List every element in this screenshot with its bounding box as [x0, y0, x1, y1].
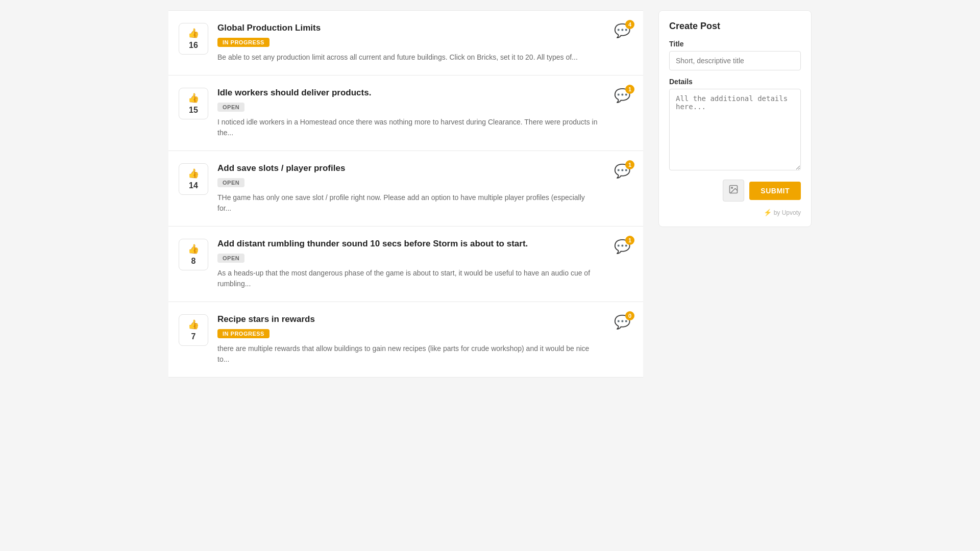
- comment-area: 💬 1: [611, 88, 633, 104]
- comment-button[interactable]: 💬 1: [614, 239, 630, 255]
- post-description: THe game has only one save slot / profil…: [217, 192, 598, 214]
- comment-button[interactable]: 💬 4: [614, 23, 630, 39]
- status-badge: IN PROGRESS: [217, 38, 270, 47]
- title-label: Title: [669, 40, 801, 48]
- post-content: Recipe stars in rewards IN PROGRESS ther…: [217, 314, 598, 365]
- vote-count: 15: [189, 106, 198, 115]
- powered-by: ⚡ by Upvoty: [669, 209, 801, 216]
- create-post-heading: Create Post: [669, 21, 801, 32]
- vote-box[interactable]: 👍 16: [179, 23, 208, 55]
- post-card: 👍 8 Add distant rumbling thunder sound 1…: [168, 227, 643, 302]
- comment-badge: 0: [625, 311, 634, 320]
- post-title: Add distant rumbling thunder sound 10 se…: [217, 239, 598, 249]
- post-card: 👍 16 Global Production Limits IN PROGRES…: [168, 10, 643, 76]
- comment-area: 💬 1: [611, 239, 633, 255]
- post-card: 👍 15 Idle workers should deliver product…: [168, 76, 643, 151]
- comment-area: 💬 1: [611, 163, 633, 179]
- comment-badge: 1: [625, 85, 634, 94]
- comment-area: 💬 0: [611, 314, 633, 330]
- post-title: Idle workers should deliver products.: [217, 88, 598, 98]
- post-content: Add distant rumbling thunder sound 10 se…: [217, 239, 598, 289]
- title-input[interactable]: [669, 51, 801, 70]
- post-title: Recipe stars in rewards: [217, 314, 598, 324]
- status-badge: OPEN: [217, 254, 244, 263]
- comment-area: 💬 4: [611, 23, 633, 39]
- status-badge: OPEN: [217, 103, 244, 112]
- feed-section: 👍 16 Global Production Limits IN PROGRES…: [168, 10, 643, 541]
- details-label: Details: [669, 78, 801, 86]
- vote-count: 8: [191, 257, 196, 266]
- comment-button[interactable]: 💬 0: [614, 314, 630, 330]
- vote-count: 7: [191, 332, 196, 341]
- post-description: Be able to set any production limit acro…: [217, 52, 598, 63]
- thumbs-up-icon: 👍: [188, 92, 199, 104]
- comment-badge: 1: [625, 236, 634, 245]
- vote-box[interactable]: 👍 15: [179, 88, 208, 119]
- post-card: 👍 7 Recipe stars in rewards IN PROGRESS …: [168, 302, 643, 378]
- title-field: Title: [669, 40, 801, 70]
- vote-count: 14: [189, 181, 198, 190]
- thumbs-up-icon: 👍: [188, 28, 199, 39]
- vote-box[interactable]: 👍 7: [179, 314, 208, 346]
- sidebar: Create Post Title Details SUBMIT: [658, 10, 812, 541]
- vote-box[interactable]: 👍 8: [179, 239, 208, 270]
- post-title: Global Production Limits: [217, 23, 598, 33]
- post-title: Add save slots / player profiles: [217, 163, 598, 173]
- post-content: Add save slots / player profiles OPEN TH…: [217, 163, 598, 214]
- powered-by-text: by Upvoty: [774, 209, 801, 216]
- post-content: Idle workers should deliver products. OP…: [217, 88, 598, 138]
- create-post-card: Create Post Title Details SUBMIT: [658, 10, 812, 227]
- post-card: 👍 14 Add save slots / player profiles OP…: [168, 151, 643, 227]
- vote-box[interactable]: 👍 14: [179, 163, 208, 195]
- status-badge: IN PROGRESS: [217, 329, 270, 338]
- post-description: I noticed idle workers in a Homestead on…: [217, 117, 598, 138]
- page-container: 👍 16 Global Production Limits IN PROGRES…: [158, 0, 822, 551]
- thumbs-up-icon: 👍: [188, 243, 199, 255]
- post-description: there are multiple rewards that allow bu…: [217, 343, 598, 365]
- comment-badge: 1: [625, 160, 634, 169]
- details-field: Details: [669, 78, 801, 172]
- status-badge: OPEN: [217, 178, 244, 187]
- comment-badge: 4: [625, 20, 634, 29]
- details-textarea[interactable]: [669, 89, 801, 170]
- comment-button[interactable]: 💬 1: [614, 163, 630, 179]
- post-description: As a heads-up that the most dangerous ph…: [217, 268, 598, 289]
- comment-button[interactable]: 💬 1: [614, 88, 630, 104]
- form-actions: SUBMIT: [669, 180, 801, 202]
- svg-point-1: [731, 187, 733, 189]
- upvoty-icon: ⚡: [764, 209, 772, 216]
- post-content: Global Production Limits IN PROGRESS Be …: [217, 23, 598, 63]
- submit-button[interactable]: SUBMIT: [749, 182, 801, 200]
- vote-count: 16: [189, 41, 198, 50]
- image-upload-button[interactable]: [723, 180, 744, 202]
- thumbs-up-icon: 👍: [188, 168, 199, 179]
- thumbs-up-icon: 👍: [188, 319, 199, 330]
